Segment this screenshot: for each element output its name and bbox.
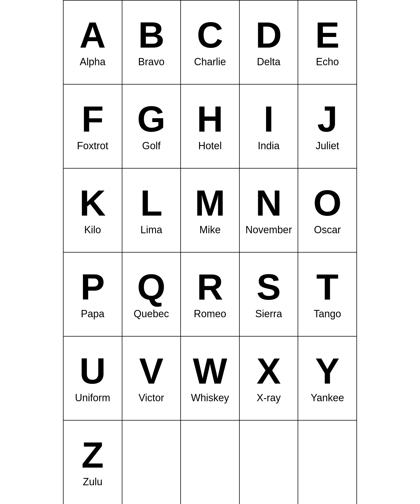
word-l: Lima [140, 224, 162, 236]
word-j: Juliet [316, 140, 339, 152]
letter-v: V [139, 353, 164, 389]
phonetic-alphabet-grid: AAlphaBBravoCCharlieDDeltaEEchoFFoxtrotG… [63, 0, 357, 504]
letter-l: L [140, 185, 162, 221]
letter-g: G [137, 101, 165, 137]
word-n: November [246, 224, 292, 236]
word-y: Yankee [311, 392, 344, 404]
word-r: Romeo [194, 308, 226, 320]
cell-x: XX-ray [240, 337, 298, 421]
word-t: Tango [314, 308, 341, 320]
cell-w: WWhiskey [181, 337, 240, 421]
word-o: Oscar [314, 224, 341, 236]
cell-r: RRomeo [181, 253, 240, 337]
cell-z: ZZulu [64, 421, 122, 504]
letter-u: U [80, 353, 106, 389]
word-a: Alpha [80, 56, 106, 68]
cell-b: BBravo [122, 1, 181, 85]
cell-h: HHotel [181, 85, 240, 169]
cell-n: NNovember [240, 169, 298, 253]
letter-x: X [256, 353, 281, 389]
cell-k: KKilo [64, 169, 122, 253]
cell-e: EEcho [298, 1, 357, 85]
letter-c: C [197, 17, 223, 53]
cell-s: SSierra [240, 253, 298, 337]
word-p: Papa [81, 308, 104, 320]
letter-z: Z [81, 437, 104, 473]
word-b: Bravo [138, 56, 164, 68]
cell-l: LLima [122, 169, 181, 253]
cell-m: MMike [181, 169, 240, 253]
word-s: Sierra [255, 308, 282, 320]
cell-c: CCharlie [181, 1, 240, 85]
letter-j: J [317, 101, 337, 137]
cell-g: GGolf [122, 85, 181, 169]
cell-j: JJuliet [298, 85, 357, 169]
letter-r: R [197, 269, 223, 305]
word-q: Quebec [134, 308, 169, 320]
letter-q: Q [137, 269, 165, 305]
cell-y: YYankee [298, 337, 357, 421]
word-u: Uniform [75, 392, 110, 404]
letter-w: W [193, 353, 227, 389]
cell-v: VVictor [122, 337, 181, 421]
cell-d: DDelta [240, 1, 298, 85]
letter-n: N [256, 185, 282, 221]
word-c: Charlie [194, 56, 226, 68]
word-v: Victor [139, 392, 164, 404]
letter-t: T [316, 269, 338, 305]
cell-empty-0 [122, 421, 181, 504]
cell-a: AAlpha [64, 1, 122, 85]
cell-empty-1 [181, 421, 240, 504]
letter-k: K [80, 185, 106, 221]
cell-u: UUniform [64, 337, 122, 421]
word-w: Whiskey [191, 392, 229, 404]
letter-i: I [264, 101, 274, 137]
letter-a: A [80, 17, 106, 53]
letter-d: D [256, 17, 282, 53]
letter-m: M [195, 185, 225, 221]
cell-f: FFoxtrot [64, 85, 122, 169]
letter-e: E [315, 17, 340, 53]
letter-s: S [256, 269, 281, 305]
letter-y: Y [315, 353, 340, 389]
cell-empty-3 [298, 421, 357, 504]
letter-b: B [138, 17, 164, 53]
word-h: Hotel [198, 140, 222, 152]
cell-q: QQuebec [122, 253, 181, 337]
word-e: Echo [316, 56, 339, 68]
letter-h: H [197, 101, 223, 137]
word-g: Golf [142, 140, 160, 152]
word-m: Mike [199, 224, 221, 236]
word-k: Kilo [84, 224, 101, 236]
letter-f: F [81, 101, 104, 137]
cell-i: IIndia [240, 85, 298, 169]
cell-empty-2 [240, 421, 298, 504]
word-i: India [258, 140, 280, 152]
cell-o: OOscar [298, 169, 357, 253]
word-f: Foxtrot [77, 140, 108, 152]
word-z: Zulu [83, 476, 102, 488]
word-x: X-ray [257, 392, 281, 404]
letter-p: P [80, 269, 105, 305]
cell-p: PPapa [64, 253, 122, 337]
word-d: Delta [257, 56, 281, 68]
cell-t: TTango [298, 253, 357, 337]
letter-o: O [313, 185, 342, 221]
